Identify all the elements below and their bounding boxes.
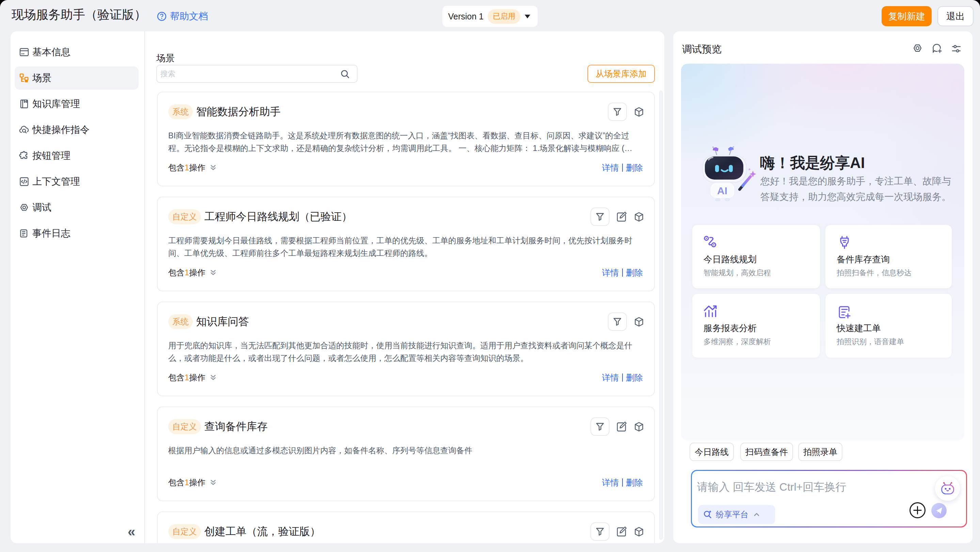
svg-text:AI: AI bbox=[717, 185, 727, 196]
